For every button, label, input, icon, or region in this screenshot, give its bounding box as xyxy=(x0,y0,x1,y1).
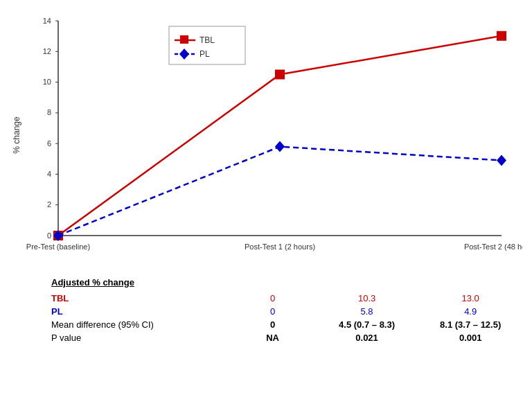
pl-val-1: 5.8 xyxy=(315,305,419,318)
table-row-pvalue: P value NA 0.021 0.001 xyxy=(51,331,522,344)
tbl-val-0: 0 xyxy=(230,292,314,305)
y-tick-14: 14 xyxy=(43,17,51,25)
y-tick-0: 0 xyxy=(47,231,51,240)
chart-container: 0 2 4 6 8 10 12 14 % change Pre-Test (ba… xyxy=(10,7,522,277)
x-label-0: Pre-Test (baseline) xyxy=(26,242,90,251)
pl-marker-2 xyxy=(497,155,506,166)
mean-diff-val-2: 8.1 (3.7 – 12.5) xyxy=(418,318,522,331)
tbl-marker-1 xyxy=(275,70,285,80)
pvalue-label: P value xyxy=(51,331,230,344)
x-label-1: Post-Test 1 (2 hours) xyxy=(245,242,315,251)
y-tick-4: 4 xyxy=(47,170,51,178)
legend-tbl-label: TBL xyxy=(200,35,215,45)
legend-tbl-marker xyxy=(180,35,188,44)
tbl-marker-2 xyxy=(497,31,506,41)
table-row-pl: PL 0 5.8 4.9 xyxy=(51,305,522,318)
pvalue-val-1: 0.021 xyxy=(315,331,419,344)
mean-diff-val-1: 4.5 (0.7 – 8.3) xyxy=(315,318,419,331)
table-row-tbl: TBL 0 10.3 13.0 xyxy=(51,292,522,305)
tbl-line xyxy=(58,36,502,236)
x-label-2: Post-Test 2 (48 hours) xyxy=(464,242,522,251)
y-tick-2: 2 xyxy=(47,200,51,209)
tbl-val-2: 13.0 xyxy=(418,292,522,305)
pl-marker-1 xyxy=(275,141,285,152)
table-row-mean-diff: Mean difference (95% CI) 0 4.5 (0.7 – 8.… xyxy=(51,318,522,331)
pvalue-val-0: NA xyxy=(230,331,314,344)
pl-line xyxy=(58,147,502,236)
data-table-section: Adjusted % change TBL 0 10.3 13.0 PL 0 5… xyxy=(10,277,522,344)
pl-row-label: PL xyxy=(51,305,230,318)
line-chart: 0 2 4 6 8 10 12 14 % change Pre-Test (ba… xyxy=(10,7,522,277)
y-tick-6: 6 xyxy=(47,139,51,148)
pl-val-2: 4.9 xyxy=(418,305,522,318)
results-table: TBL 0 10.3 13.0 PL 0 5.8 4.9 Mean differ… xyxy=(51,292,522,344)
y-tick-10: 10 xyxy=(43,78,51,86)
mean-diff-label: Mean difference (95% CI) xyxy=(51,318,230,331)
tbl-val-1: 10.3 xyxy=(315,292,419,305)
pvalue-val-2: 0.001 xyxy=(418,331,522,344)
y-axis-label: % change xyxy=(12,116,21,154)
y-tick-8: 8 xyxy=(47,108,51,116)
tbl-row-label: TBL xyxy=(51,292,230,305)
mean-diff-val-0: 0 xyxy=(230,318,314,331)
table-title: Adjusted % change xyxy=(51,277,522,288)
pl-val-0: 0 xyxy=(230,305,314,318)
legend-pl-label: PL xyxy=(200,49,210,59)
y-tick-12: 12 xyxy=(43,47,51,55)
